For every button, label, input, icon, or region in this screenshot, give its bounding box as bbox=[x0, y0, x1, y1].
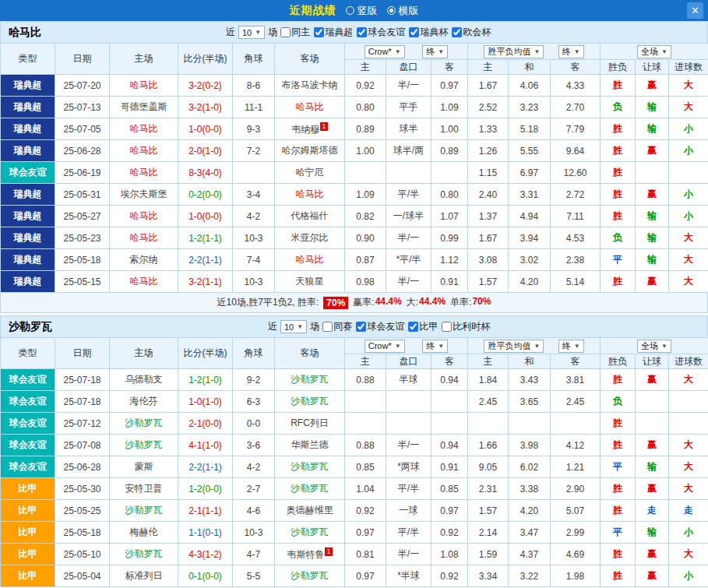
corners: 8-6 bbox=[233, 75, 275, 97]
away-team: 代格福什 bbox=[275, 206, 345, 227]
handicap-result: 输 bbox=[636, 206, 669, 227]
avg-odds-away: 5.14 bbox=[551, 271, 601, 293]
scope-header: 全场▼ bbox=[601, 338, 708, 354]
avg-odds-home: 2.40 bbox=[468, 184, 509, 206]
handicap-odds-away: 0.80 bbox=[431, 184, 468, 206]
handicap-odds-away: 0.89 bbox=[431, 140, 468, 162]
match-row: 比甲25-05-04标准列日0-1(0-0)5-5沙勒罗瓦0.97*半球0.92… bbox=[1, 565, 708, 587]
goals-result: 小 bbox=[669, 206, 708, 227]
league-filter-checkbox[interactable] bbox=[280, 27, 291, 37]
match-date: 25-07-20 bbox=[55, 75, 110, 97]
col-header-odds-away: 客 bbox=[431, 60, 468, 75]
handicap-odds-home bbox=[345, 413, 386, 435]
match-score: 8-3(4-0) bbox=[178, 162, 233, 184]
league-filter-checkbox[interactable] bbox=[409, 27, 419, 37]
scope-header: 全场▼ bbox=[601, 44, 708, 60]
home-team: 沙勒罗瓦 bbox=[110, 544, 178, 565]
avg-odds-select[interactable]: 胜平负均值▼ bbox=[484, 340, 544, 353]
league-filter-checkbox[interactable] bbox=[357, 27, 367, 37]
chevron-down-icon: ▼ bbox=[438, 343, 444, 350]
layout-option-horizontal[interactable]: 横版 bbox=[387, 4, 419, 18]
home-team: 沙勒罗瓦 bbox=[110, 500, 178, 522]
handicap-result: 赢 bbox=[636, 140, 669, 162]
handicap-odds-away: 0.94 bbox=[431, 435, 468, 456]
match-row: 比甲25-05-25沙勒罗瓦2-1(1-1)4-6奥德赫维里0.92一球0.97… bbox=[1, 500, 708, 522]
league-filter-checkbox[interactable] bbox=[452, 27, 462, 37]
handicap-line bbox=[386, 413, 431, 435]
match-row: 瑞典超25-05-27哈马比1-0(0-0)4-2代格福什0.82一/球半1.0… bbox=[1, 206, 708, 227]
league-filter-checkbox[interactable] bbox=[356, 322, 366, 332]
match-score: 3-2(1-1) bbox=[178, 271, 233, 293]
col-header-goals-result: 进球数 bbox=[669, 60, 708, 75]
home-team: 哥德堡盖斯 bbox=[110, 97, 178, 118]
avg-odds-draw: 4.20 bbox=[509, 500, 551, 522]
away-team: 哈马比 bbox=[275, 249, 345, 271]
match-date: 25-05-15 bbox=[55, 271, 110, 293]
avg-odds-away: 9.64 bbox=[551, 140, 601, 162]
handicap-line: 平手 bbox=[386, 97, 431, 118]
handicap-line: 平/半 bbox=[386, 522, 431, 544]
home-team: 标准列日 bbox=[110, 565, 178, 587]
league-filter: 球会友谊 bbox=[356, 320, 404, 333]
final-odds-select[interactable]: 终▼ bbox=[422, 45, 448, 58]
league-type: 球会友谊 bbox=[1, 456, 55, 478]
handicap-odds-away: 1.12 bbox=[431, 249, 468, 271]
scope-select[interactable]: 全场▼ bbox=[637, 340, 671, 353]
col-header-avg-home: 主 bbox=[468, 60, 509, 75]
match-count-select[interactable]: 10 ▼ bbox=[238, 26, 265, 39]
handicap-odds-home: 0.97 bbox=[345, 522, 386, 544]
final-odds-select[interactable]: 终▼ bbox=[558, 45, 584, 58]
result: 胜 bbox=[601, 565, 636, 587]
avg-odds-home: 2.14 bbox=[468, 522, 509, 544]
layout-option-vertical[interactable]: 竖版 bbox=[346, 4, 378, 18]
goals-result: 大 bbox=[669, 478, 708, 500]
league-filter: 比利时杯 bbox=[442, 320, 490, 333]
scope-select[interactable]: 全场▼ bbox=[637, 45, 671, 58]
avg-odds-home: 1.67 bbox=[468, 227, 509, 249]
chevron-down-icon: ▼ bbox=[574, 343, 580, 350]
match-row: 球会友谊25-06-28蒙斯2-2(1-1)4-2沙勒罗瓦0.85*两球0.91… bbox=[1, 456, 708, 478]
col-header-avg-draw: 和 bbox=[509, 354, 551, 369]
layout-horizontal-label: 横版 bbox=[399, 4, 419, 18]
league-filter: 欧会杯 bbox=[452, 26, 491, 39]
radio-checked-icon bbox=[387, 6, 396, 15]
corners: 3-4 bbox=[233, 184, 275, 206]
league-type: 球会友谊 bbox=[1, 369, 55, 391]
handicap-result: 赢 bbox=[636, 565, 669, 587]
goals-result: 大 bbox=[669, 369, 708, 391]
final-odds-select[interactable]: 终▼ bbox=[558, 340, 584, 353]
home-team: 哈马比 bbox=[110, 118, 178, 140]
handicap-result bbox=[636, 413, 669, 435]
avg-odds-away: 4.33 bbox=[551, 75, 601, 97]
goals-result: 大 bbox=[669, 75, 708, 97]
avg-odds-select[interactable]: 胜平负均值▼ bbox=[484, 45, 544, 58]
avg-odds-draw: 3.43 bbox=[509, 369, 551, 391]
league-type: 比甲 bbox=[1, 565, 55, 587]
odds-company-select[interactable]: Crow*▼ bbox=[365, 340, 405, 353]
away-team: 沙勒罗瓦 bbox=[275, 391, 345, 413]
match-count-select[interactable]: 10 ▼ bbox=[280, 320, 307, 333]
result: 胜 bbox=[601, 140, 636, 162]
handicap-odds-home bbox=[345, 391, 386, 413]
chevron-down-icon: ▼ bbox=[661, 48, 667, 55]
dialog-title: 近期战绩 bbox=[290, 4, 336, 18]
match-score: 0-2(0-0) bbox=[178, 184, 233, 206]
chevron-down-icon: ▼ bbox=[534, 48, 540, 55]
league-filter-checkbox[interactable] bbox=[442, 322, 452, 332]
match-date: 25-06-19 bbox=[55, 162, 110, 184]
result: 胜 bbox=[601, 162, 636, 184]
league-filter-checkbox[interactable] bbox=[322, 322, 333, 332]
handicap-odds-home: 0.92 bbox=[345, 75, 386, 97]
match-date: 25-05-18 bbox=[55, 522, 110, 544]
titlebar-center: 近期战绩 竖版 横版 bbox=[0, 4, 708, 18]
close-button[interactable]: ✕ bbox=[687, 2, 703, 19]
final-odds-select[interactable]: 终▼ bbox=[422, 340, 448, 353]
odds-company-select[interactable]: Crow*▼ bbox=[365, 45, 405, 58]
match-row: 瑞典超25-07-13哥德堡盖斯3-2(1-0)11-1哈马比0.80平手1.0… bbox=[1, 97, 708, 118]
league-filter-checkbox[interactable] bbox=[314, 27, 324, 37]
league-filter-checkbox[interactable] bbox=[408, 322, 418, 332]
goals-result: 大 bbox=[669, 227, 708, 249]
odd-rate: 单率: 70% bbox=[450, 296, 491, 309]
avg-odds-away: 1.98 bbox=[551, 565, 601, 587]
match-row: 比甲25-05-18梅赫伦1-1(0-1)10-3沙勒罗瓦0.97平/半0.92… bbox=[1, 522, 708, 544]
